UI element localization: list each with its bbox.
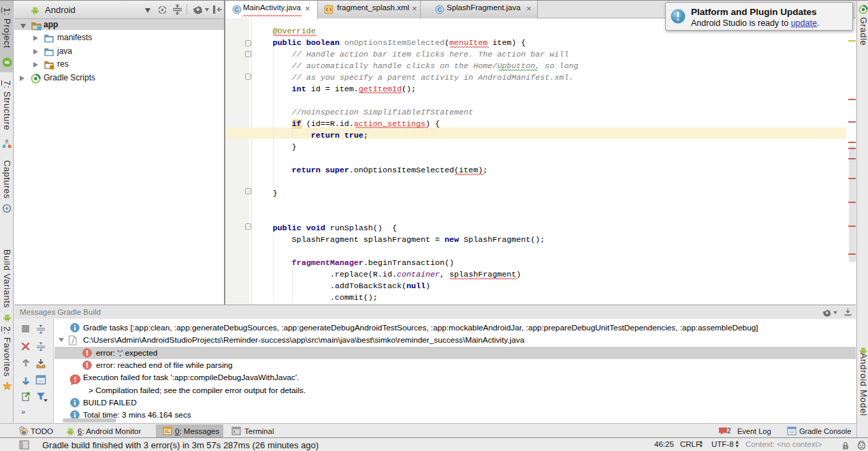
svg-text:C: C — [235, 6, 240, 13]
svg-text:C: C — [438, 6, 443, 13]
